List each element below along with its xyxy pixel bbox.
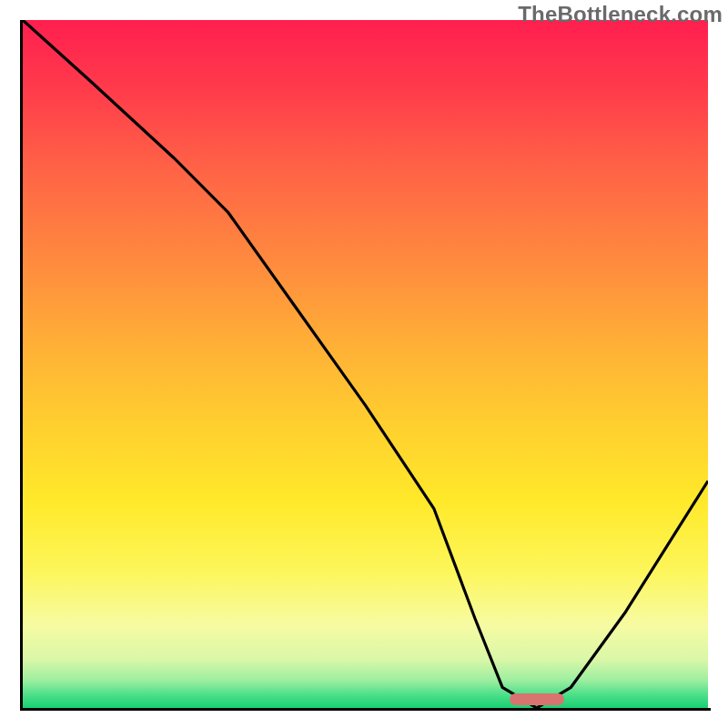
bottleneck-curve: [23, 20, 708, 708]
optimum-marker: [510, 693, 564, 705]
watermark-text: TheBottleneck.com: [518, 2, 723, 27]
chart-container: TheBottleneck.com: [0, 0, 728, 728]
plot-area: [23, 20, 708, 708]
